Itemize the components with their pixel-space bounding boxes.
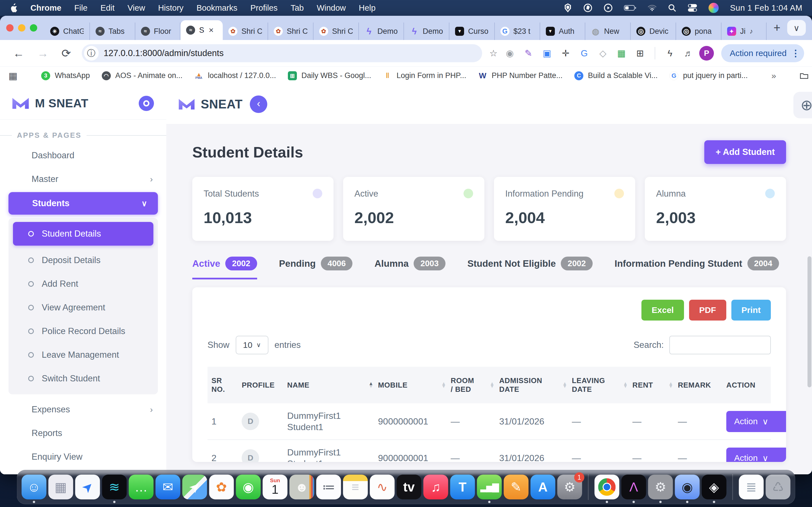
forward-button[interactable]: → bbox=[32, 47, 54, 60]
browser-tab-7[interactable]: ϟDemo bbox=[359, 22, 404, 40]
dock-utility-app-icon[interactable]: ⚙ bbox=[648, 474, 673, 499]
bookmark-4[interactable]: ‖Login Form in PHP... bbox=[383, 71, 466, 80]
browser-tab-5[interactable]: ✿Shri C bbox=[268, 22, 313, 40]
browser-tab-10[interactable]: G$23 t bbox=[495, 22, 540, 40]
browser-tab-8[interactable]: ϟDemo bbox=[404, 22, 449, 40]
search-input[interactable] bbox=[669, 336, 771, 354]
browser-tab-13[interactable]: ◎Devic bbox=[631, 22, 676, 40]
dock-photos-icon[interactable]: ✿ bbox=[209, 474, 234, 499]
menu-item-edit[interactable]: Edit bbox=[100, 3, 114, 13]
browser-tab-2[interactable]: ≈Floor bbox=[135, 22, 181, 40]
column-header-leaving-date[interactable]: LEAVINGDATE▲▼ bbox=[568, 367, 628, 403]
pdf-button[interactable]: PDF bbox=[689, 300, 726, 321]
sort-arrows-icon[interactable]: ▲▼ bbox=[668, 382, 673, 388]
dock-finder-icon[interactable]: ☺ bbox=[22, 474, 47, 499]
sidebar-item-enquiry-view[interactable]: Enquiry View bbox=[0, 445, 166, 469]
dock-diamond-app-icon[interactable]: ◈ bbox=[702, 474, 726, 499]
excel-button[interactable]: Excel bbox=[642, 300, 684, 321]
dock-messages-icon[interactable]: … bbox=[129, 474, 154, 499]
apple-icon[interactable] bbox=[10, 3, 20, 13]
bookmark-7[interactable]: Gput jquery in parti... bbox=[669, 71, 748, 80]
sidebar-item-view-agreement[interactable]: View Agreement bbox=[8, 296, 158, 320]
browser-tab-9[interactable]: ▼Curso bbox=[449, 22, 495, 40]
wifi-icon[interactable] bbox=[648, 2, 657, 13]
profile-avatar[interactable]: P bbox=[699, 46, 714, 61]
print-button[interactable]: Print bbox=[731, 300, 771, 321]
bookmark-2[interactable]: ▲PMAlocalhost / 127.0.0... bbox=[194, 71, 276, 80]
menu-item-file[interactable]: File bbox=[74, 3, 88, 13]
sort-arrows-icon[interactable]: ▲▼ bbox=[441, 382, 446, 388]
translate-extension-icon[interactable]: G bbox=[578, 48, 590, 59]
column-header-name[interactable]: NAME▲▼ bbox=[283, 367, 374, 403]
extensions-puzzle-icon[interactable]: ⊞ bbox=[635, 48, 646, 59]
spotlight-search-icon[interactable] bbox=[668, 2, 676, 13]
sidebar-item-dashboard[interactable]: Dashboard bbox=[0, 144, 166, 167]
sidebar-brand[interactable]: M SNEAT bbox=[0, 92, 166, 119]
column-header-rent[interactable]: RENT▲▼ bbox=[628, 367, 674, 403]
crop-extension-icon[interactable]: ✛ bbox=[560, 48, 571, 59]
page-size-select[interactable]: 10 ∨ bbox=[236, 336, 268, 354]
menu-item-help[interactable]: Help bbox=[359, 3, 376, 13]
bookmark-3[interactable]: ⊞Daily WBS - Googl... bbox=[288, 71, 371, 80]
dock-launchpad-icon[interactable]: ▦ bbox=[49, 474, 73, 499]
sidebar-item-students[interactable]: Students∨ bbox=[8, 192, 158, 215]
siri-icon[interactable] bbox=[709, 3, 719, 13]
sidebar-item-deposit-details[interactable]: Deposit Details bbox=[8, 248, 158, 272]
new-tab-button[interactable]: + bbox=[767, 21, 787, 35]
sidebar-item-leave-management[interactable]: Leave Management bbox=[8, 343, 158, 367]
dock-arc-app-icon[interactable]: Λ bbox=[621, 474, 646, 499]
dock-safari-icon[interactable]: ➤ bbox=[75, 474, 100, 499]
dock-audio-app-icon[interactable]: ≋ bbox=[102, 474, 127, 499]
menu-item-chrome[interactable]: Chrome bbox=[31, 3, 61, 13]
browser-tab-0[interactable]: ✳ChatG bbox=[45, 22, 90, 40]
dock-music-icon[interactable]: ♫ bbox=[423, 474, 448, 499]
dock-notes-icon[interactable]: ≡ bbox=[343, 474, 368, 499]
browser-tab-4[interactable]: ✿Shri C bbox=[223, 22, 268, 40]
sort-arrows-icon[interactable]: ▲▼ bbox=[490, 382, 495, 388]
reload-button[interactable]: ⟳ bbox=[56, 47, 76, 60]
dock-system-settings-icon[interactable]: ⚙1 bbox=[557, 474, 582, 499]
apps-grid-icon[interactable]: ▦ bbox=[8, 70, 17, 81]
filter-tab-student-not-eligible[interactable]: Student Not Eligible2002 bbox=[467, 257, 593, 279]
close-button[interactable] bbox=[6, 24, 13, 32]
tab-search-chevron[interactable]: ∨ bbox=[787, 20, 806, 36]
feather-extension-icon[interactable]: ✎ bbox=[523, 48, 534, 59]
column-header-room-bed[interactable]: ROOM/ BED▲▼ bbox=[447, 367, 495, 403]
dock-freeform-icon[interactable]: ∿ bbox=[370, 474, 395, 499]
dock-keynote-icon[interactable]: T bbox=[450, 474, 475, 499]
column-header-mobile[interactable]: MOBILE▲▼ bbox=[374, 367, 447, 403]
menu-item-tab[interactable]: Tab bbox=[291, 3, 304, 13]
menu-item-window[interactable]: Window bbox=[317, 3, 346, 13]
site-info-icon[interactable]: ⓘ bbox=[84, 46, 99, 61]
reading-list-icon[interactable]: ♬ bbox=[683, 48, 694, 59]
sidebar-item-police-record-details[interactable]: Police Record Details bbox=[8, 320, 158, 343]
dock-facetime-icon[interactable]: ◉ bbox=[236, 474, 261, 499]
browser-tab-12[interactable]: ◍New bbox=[585, 22, 631, 40]
dock-maps-icon[interactable]: ➤ bbox=[183, 474, 207, 499]
record-extension-icon[interactable]: ▣ bbox=[541, 48, 553, 59]
dock-pages-icon[interactable]: ✎ bbox=[504, 474, 529, 499]
menu-item-history[interactable]: History bbox=[158, 3, 184, 13]
dock-chrome-icon[interactable] bbox=[595, 474, 619, 499]
sidebar-item-reports[interactable]: Reports bbox=[0, 421, 166, 445]
address-bar[interactable]: ⓘ 127.0.0.1:8000/admin/students bbox=[82, 44, 483, 62]
sidebar-item-expenses[interactable]: Expenses› bbox=[0, 398, 166, 421]
scrollbar-thumb[interactable] bbox=[808, 256, 811, 387]
sidebar-item-student-details[interactable]: Student Details bbox=[13, 222, 153, 245]
play-circle-icon[interactable] bbox=[604, 2, 613, 13]
tab-audio-icon[interactable]: ♪ bbox=[749, 27, 753, 35]
bookmark-0[interactable]: 3WhatsApp bbox=[41, 71, 90, 80]
gem-app-icon[interactable] bbox=[564, 2, 572, 13]
sidebar-pin-toggle[interactable] bbox=[139, 96, 154, 111]
minimize-button[interactable] bbox=[18, 24, 26, 32]
sidebar-item-add-rent[interactable]: Add Rent bbox=[8, 272, 158, 296]
sort-arrows-icon[interactable]: ▲▼ bbox=[623, 382, 628, 388]
bookmark-5[interactable]: WPHP Number Patte... bbox=[478, 71, 563, 80]
row-action-button[interactable]: Action∨ bbox=[726, 411, 786, 432]
browser-tab-14[interactable]: ◎pona bbox=[676, 22, 721, 40]
dock-apple-tv-icon[interactable]: tv bbox=[397, 474, 421, 499]
dock-documents-icon[interactable]: ≣ bbox=[739, 474, 764, 499]
sort-arrows-icon[interactable]: ▲▼ bbox=[368, 382, 373, 388]
browser-tab-1[interactable]: ≈Tabs bbox=[90, 22, 135, 40]
browser-tab-6[interactable]: ✿Shri C bbox=[313, 22, 359, 40]
